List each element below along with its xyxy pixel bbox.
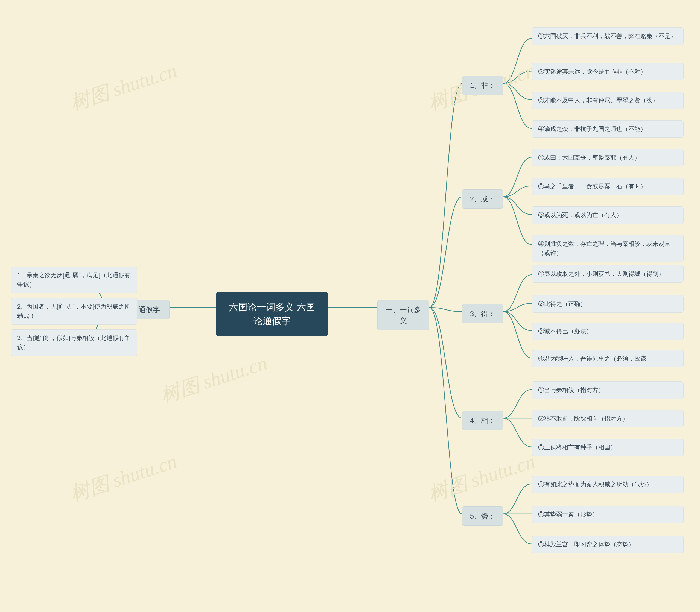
group-4-label: 4、相： (462, 411, 503, 430)
left-item-1: 1、暴秦之欲无厌[通"餍"，满足]（此通假有争议） (11, 266, 137, 293)
g5-item-3: ③桂殿兰宫，即冈峦之体势（态势） (532, 536, 684, 553)
g4-item-2: ②狼不敢前，眈眈相向（指对方） (532, 410, 684, 428)
group-5-label: 5、势： (462, 506, 503, 526)
group-3-label: 3、得： (462, 304, 503, 323)
group-1-label: 1、非： (462, 76, 503, 95)
g5-item-1: ①有如此之势而为秦人积威之所劫（气势） (532, 476, 684, 493)
g1-item-1: ①六国破灭，非兵不利，战不善，弊在赂秦（不是） (532, 27, 684, 45)
g3-item-1: ①秦以攻取之外，小则获邑，大则得城（得到） (532, 265, 684, 283)
g2-item-4: ④则胜负之数，存亡之理，当与秦相较，或未易量（或许） (532, 235, 684, 262)
group-2-label: 2、或： (462, 190, 503, 209)
g1-item-4: ④谪戍之众，非抗于九国之师也（不能） (532, 120, 684, 138)
g2-item-3: ③或以为死，或以为亡（有人） (532, 206, 684, 224)
g4-item-1: ①当与秦相较（指对方） (532, 381, 684, 399)
g1-item-2: ②实迷途其未远，觉今是而昨非（不对） (532, 63, 684, 80)
watermark: 树图 shutu.cn (157, 350, 271, 409)
g2-item-2: ②马之千里者，一食或尽粟一石（有时） (532, 178, 684, 195)
watermark: 树图 shutu.cn (425, 448, 538, 507)
g3-item-4: ④君为我呼入，吾得兄事之（必须，应该 (532, 350, 684, 367)
g2-item-1: ①或曰：六国互丧，率赂秦耶（有人） (532, 149, 684, 166)
g3-item-3: ③诚不得已（办法） (532, 322, 684, 340)
g3-item-2: ②此得之（正确） (532, 295, 684, 313)
left-item-2: 2、为国者，无[通"毋"，不要]使为积威之所劫哉！ (11, 298, 137, 325)
g1-item-3: ③才能不及中人，非有仲尼、墨翟之贤（没） (532, 92, 684, 109)
g4-item-3: ③王侯将相宁有种乎（相国） (532, 439, 684, 456)
g5-item-2: ②其势弱于秦（形势） (532, 506, 684, 523)
branch-right-title: 一、一词多义 (378, 300, 429, 331)
watermark: 树图 shutu.cn (67, 57, 180, 116)
left-item-3: 3、当[通"倘"，假如]与秦相较（此通假有争议） (11, 329, 137, 356)
watermark: 树图 shutu.cn (67, 448, 180, 507)
root-node: 六国论一词多义 六国论通假字 (216, 292, 328, 336)
